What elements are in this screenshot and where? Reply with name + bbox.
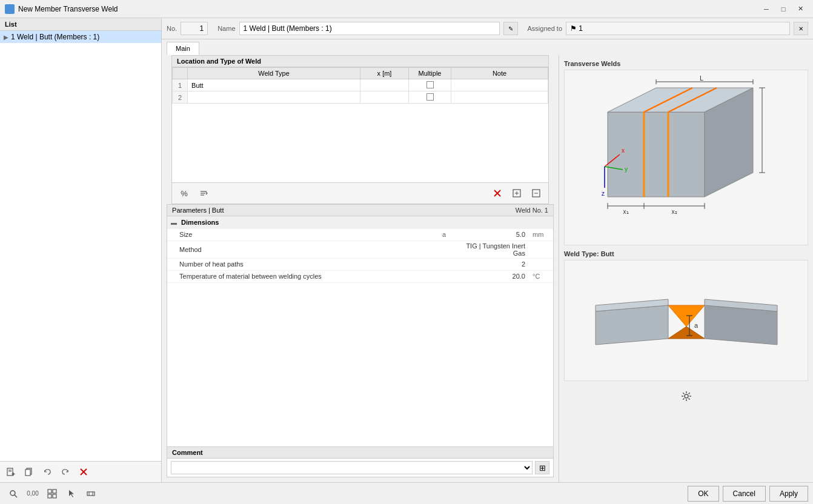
title-bar: New Member Transverse Weld ─ □ ✕: [0, 0, 813, 18]
svg-text:x: x: [622, 147, 625, 154]
minimize-button[interactable]: ─: [758, 3, 774, 15]
row-multiple-1[interactable]: [409, 79, 451, 91]
row-note-1[interactable]: [451, 79, 548, 91]
table-row: 1 Butt: [173, 79, 548, 91]
params-title: Parameters | Butt: [172, 207, 224, 214]
group-name-dimensions: Dimensions: [181, 219, 219, 226]
zoom-button[interactable]: [5, 486, 22, 502]
svg-rect-60: [53, 489, 56, 493]
comment-select[interactable]: [171, 461, 533, 474]
svg-rect-62: [53, 494, 56, 498]
table-edit1-button[interactable]: [508, 185, 525, 201]
param-heat-paths-code: [432, 258, 456, 270]
col-note: Note: [451, 68, 548, 79]
svg-line-58: [15, 495, 17, 497]
butt-weld-illustration: a: [564, 260, 808, 381]
illus-settings-button[interactable]: [678, 388, 695, 404]
bottom-right-actions: OK Cancel Apply: [688, 486, 808, 502]
no-label: No.: [167, 25, 177, 32]
svg-marker-19: [608, 112, 705, 197]
weld-table: Weld Type x [m] Multiple Note 1 Butt: [172, 67, 548, 104]
location-section-header: Location and Type of Weld: [172, 56, 548, 67]
svg-rect-59: [48, 489, 51, 493]
maximize-button[interactable]: □: [775, 3, 791, 15]
assigned-input: [566, 22, 790, 35]
param-method-value[interactable]: TIG | Tungsten Inert Gas: [456, 240, 529, 258]
bottom-toolbar: 0,00 OK Cancel Apply: [0, 482, 813, 504]
collapse-button[interactable]: ▬: [171, 219, 177, 226]
param-size-unit: mm: [529, 228, 553, 240]
param-temp-unit: °C: [529, 270, 553, 282]
svg-point-56: [685, 394, 688, 398]
param-row-method: Method TIG | Tungsten Inert Gas: [167, 240, 553, 258]
table-row: 2: [173, 91, 548, 104]
name-input[interactable]: [239, 22, 500, 35]
svg-marker-63: [69, 490, 74, 497]
apply-button[interactable]: Apply: [769, 486, 808, 502]
name-edit-button[interactable]: ✎: [503, 22, 518, 35]
weld-type-label: Weld Type: Butt: [564, 250, 808, 257]
window-controls: ─ □ ✕: [758, 3, 808, 15]
illus-bottom-bar: [564, 386, 808, 406]
no-input[interactable]: [181, 22, 208, 35]
value-display-button[interactable]: 0,00: [24, 486, 41, 502]
param-temp-value[interactable]: 20.0: [456, 270, 529, 282]
params-weld-no: Weld No. 1: [516, 207, 548, 214]
table-edit2-button[interactable]: [528, 185, 545, 201]
param-method-unit: [529, 240, 553, 258]
sort-button[interactable]: [195, 185, 212, 201]
list-header: List: [0, 18, 161, 31]
cancel-button[interactable]: Cancel: [723, 486, 766, 502]
param-row-heat-paths: Number of heat paths 2: [167, 258, 553, 270]
row-x-2[interactable]: [360, 91, 409, 104]
comment-section: Comment ⊞: [167, 447, 554, 477]
list-item-label: 1 Weld | Butt (Members : 1): [11, 33, 99, 41]
svg-rect-61: [48, 494, 51, 498]
svg-rect-6: [25, 469, 30, 476]
svg-text:a: a: [694, 322, 699, 329]
list-item[interactable]: ▶ 1 Weld | Butt (Members : 1): [0, 31, 161, 43]
row-multiple-2[interactable]: [409, 91, 451, 104]
svg-text:L: L: [699, 76, 703, 82]
row-weld-type-1[interactable]: Butt: [188, 79, 360, 91]
right-panel: No. Name ✎ Assigned to ✕ Main: [162, 18, 813, 482]
tab-main[interactable]: Main: [167, 42, 199, 55]
param-temp-code: [432, 270, 456, 282]
row-num-2: 2: [173, 91, 188, 104]
undo-button[interactable]: [39, 464, 56, 480]
assigned-clear-button[interactable]: ✕: [794, 22, 808, 35]
comment-copy-button[interactable]: ⊞: [535, 461, 549, 474]
row-note-2[interactable]: [451, 91, 548, 104]
svg-rect-64: [87, 492, 95, 496]
ok-button[interactable]: OK: [688, 486, 718, 502]
name-label: Name: [217, 25, 235, 32]
cursor-button[interactable]: [63, 486, 80, 502]
assigned-label: Assigned to: [528, 25, 562, 32]
grid-button[interactable]: [44, 486, 61, 502]
params-header: Parameters | Butt Weld No. 1: [167, 204, 553, 216]
window-title: New Member Transverse Weld: [18, 5, 118, 13]
param-heat-paths-value[interactable]: 2: [456, 258, 529, 270]
transverse-welds-label: Transverse Welds: [564, 60, 808, 67]
tabs-bar: Main: [162, 39, 813, 55]
list-item-icon: ▶: [4, 34, 8, 41]
comment-header: Comment: [167, 447, 553, 459]
col-num: [173, 68, 188, 79]
svg-point-57: [10, 491, 15, 496]
svg-marker-47: [705, 305, 777, 345]
butt-weld-svg: a: [583, 272, 789, 369]
row-num-1: 1: [173, 79, 188, 91]
copy-button[interactable]: [21, 464, 38, 480]
percent-button[interactable]: %: [176, 185, 193, 201]
member-button[interactable]: [82, 486, 99, 502]
row-x-1[interactable]: [360, 79, 409, 91]
param-size-value[interactable]: 5.0: [456, 228, 529, 240]
redo-button[interactable]: [57, 464, 74, 480]
close-button[interactable]: ✕: [792, 3, 808, 15]
row-weld-type-2[interactable]: [188, 91, 360, 104]
new-button[interactable]: [2, 464, 19, 480]
param-heat-paths-name: Number of heat paths: [167, 258, 432, 270]
delete-button[interactable]: [75, 464, 92, 480]
col-multiple: Multiple: [409, 68, 451, 79]
table-delete-button[interactable]: [489, 185, 506, 201]
